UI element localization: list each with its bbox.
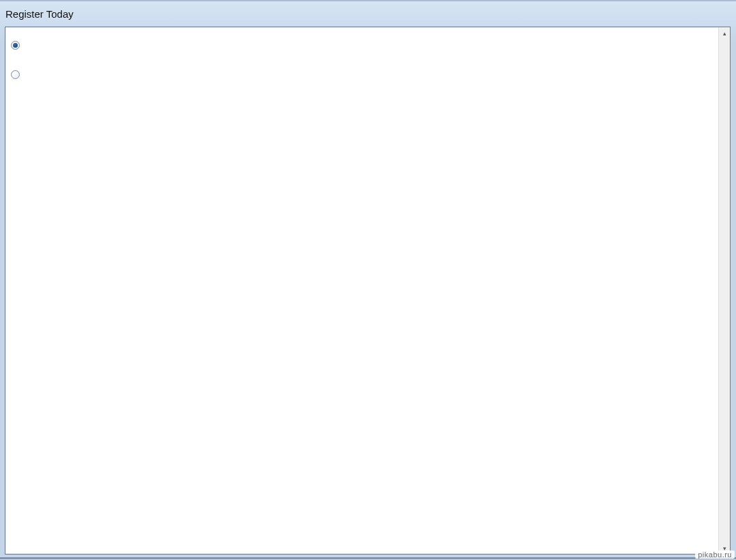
watermark-text: pikabu.ru [695,550,735,559]
content-pane: ▴ ▾ [5,27,731,555]
option-1-radio[interactable] [11,41,20,50]
scroll-up-arrow-icon[interactable]: ▴ [719,27,730,39]
registration-options [11,41,20,79]
option-2-radio[interactable] [11,70,20,79]
window-title: Register Today [5,8,74,20]
vertical-scrollbar[interactable]: ▴ ▾ [718,27,730,554]
register-window: Register Today ▴ ▾ [0,0,736,559]
bottom-edge [0,557,736,559]
